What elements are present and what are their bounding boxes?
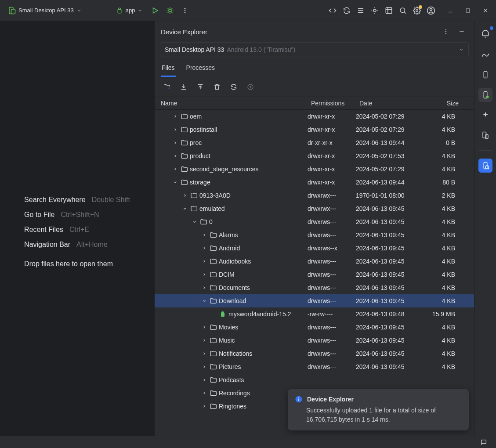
chevron-down-icon[interactable] (182, 206, 188, 211)
more-actions-button[interactable] (179, 4, 191, 17)
file-tree[interactable]: oemdrwxr-xr-x2024-05-02 07:294 KBpostins… (155, 110, 474, 436)
folder-icon (181, 152, 188, 159)
table-row[interactable]: Documentsdrwxrws---2024-06-13 09:454 KB (155, 281, 474, 294)
file-permissions: drwxrws--- (308, 271, 356, 278)
chevron-down-icon[interactable] (201, 299, 207, 303)
settings-button[interactable] (411, 4, 423, 17)
table-row[interactable]: second_stage_resourcesdrwxr-xr-x2024-05-… (155, 163, 474, 176)
chevron-right-icon[interactable] (182, 193, 188, 198)
chevron-right-icon[interactable] (172, 141, 178, 145)
debug-button[interactable] (164, 4, 176, 17)
table-row[interactable]: Musicdrwxrws---2024-06-13 09:454 KB (155, 334, 474, 347)
chevron-right-icon[interactable] (201, 285, 207, 290)
run-config-selector[interactable]: app (112, 5, 147, 16)
table-row[interactable]: Downloaddrwxrws---2024-06-13 09:454 KB (155, 294, 474, 307)
table-row[interactable]: procdr-xr-xr-x2024-06-13 09:440 B (155, 136, 474, 149)
profiler-button[interactable] (369, 4, 381, 17)
table-row[interactable]: Androiddrwxrws--x2024-06-13 09:454 KB (155, 242, 474, 255)
table-row[interactable]: Picturesdrwxrws---2024-06-13 09:454 KB (155, 360, 474, 373)
table-row[interactable]: oemdrwxr-xr-x2024-05-02 07:294 KB (155, 110, 474, 123)
chevron-right-icon[interactable] (201, 325, 207, 329)
chevron-right-icon[interactable] (201, 338, 207, 343)
delete-button[interactable] (211, 81, 223, 93)
download-button[interactable] (177, 81, 190, 93)
sync-button[interactable] (228, 81, 240, 93)
emulator-button[interactable] (478, 128, 492, 142)
chevron-right-icon[interactable] (201, 404, 207, 408)
layout-inspector-button[interactable] (383, 4, 395, 17)
chevron-down-icon[interactable] (192, 220, 198, 224)
new-folder-button[interactable] (161, 81, 173, 93)
folder-icon (210, 245, 217, 252)
device-selector[interactable]: Small Desktop API 33 (4, 5, 85, 16)
chevron-right-icon[interactable] (172, 127, 178, 132)
device-dropdown[interactable]: Small Desktop API 33 Android 13.0 ("Tira… (160, 42, 469, 57)
android-icon (116, 7, 123, 14)
file-size: 80 B (424, 179, 462, 186)
column-header[interactable]: Name (158, 100, 311, 107)
chevron-right-icon[interactable] (201, 378, 207, 382)
panel-hide-button[interactable] (456, 25, 468, 38)
notification-toast[interactable]: Device Explorer Successfully uploaded 1 … (288, 389, 469, 430)
chevron-right-icon[interactable] (172, 114, 178, 119)
panel-options-button[interactable] (440, 25, 452, 38)
chat-button[interactable] (478, 436, 490, 448)
chevron-right-icon[interactable] (201, 259, 207, 264)
file-name: 0 (209, 218, 213, 225)
chevron-right-icon[interactable] (201, 365, 207, 369)
table-row[interactable]: Audiobooksdrwxrws---2024-06-13 09:454 KB (155, 255, 474, 268)
account-button[interactable] (425, 4, 437, 17)
attach-debugger-button[interactable] (355, 4, 367, 17)
folder-icon (210, 363, 217, 370)
table-row[interactable]: 0913-3A0Ddrwxrwx---1970-01-01 08:002 KB (155, 189, 474, 202)
close-button[interactable] (479, 4, 492, 17)
maximize-button[interactable] (462, 4, 474, 17)
chevron-right-icon[interactable] (172, 154, 178, 158)
file-date: 2024-06-13 09:45 (356, 337, 424, 344)
column-header[interactable]: Size (428, 100, 466, 107)
upload-button[interactable] (194, 81, 206, 93)
assistant-button[interactable] (478, 108, 492, 122)
table-row[interactable]: productdrwxr-xr-x2024-05-02 07:534 KB (155, 149, 474, 163)
svg-point-34 (486, 96, 489, 98)
search-button[interactable] (397, 4, 409, 17)
chevron-right-icon[interactable] (201, 246, 207, 250)
svg-point-10 (373, 9, 376, 12)
table-row[interactable]: Podcasts (155, 373, 474, 387)
table-row[interactable]: Notificationsdrwxrws---2024-06-13 09:454… (155, 347, 474, 360)
chevron-right-icon[interactable] (201, 233, 207, 237)
chevron-right-icon[interactable] (201, 351, 207, 356)
notifications-button[interactable] (478, 27, 492, 41)
chevron-right-icon[interactable] (172, 167, 178, 171)
file-name: oem (190, 113, 202, 120)
running-devices-button[interactable] (478, 88, 492, 102)
chevron-right-icon[interactable] (201, 391, 207, 395)
device-manager-button[interactable] (478, 68, 492, 82)
chevron-right-icon[interactable] (201, 272, 207, 277)
tab-processes[interactable]: Processes (185, 61, 216, 77)
table-row[interactable]: DCIMdrwxrws---2024-06-13 09:454 KB (155, 268, 474, 281)
minimize-button[interactable] (444, 4, 456, 17)
filter-button[interactable] (244, 81, 257, 93)
apply-changes-button[interactable] (340, 4, 353, 17)
column-header[interactable]: Date (359, 100, 428, 107)
table-row[interactable]: 0drwxrws---2024-06-13 09:454 KB (155, 215, 474, 228)
file-size: 4 KB (424, 271, 462, 278)
folder-icon (190, 192, 197, 199)
table-row[interactable]: mysword4android-15.2-rw-rw----2024-06-13… (155, 307, 474, 321)
table-row[interactable]: emulateddrwxrwx---2024-06-13 09:454 KB (155, 202, 474, 215)
file-date: 2024-06-13 09:45 (356, 324, 424, 331)
run-button[interactable] (149, 4, 161, 17)
table-row[interactable]: Alarmsdrwxrws---2024-06-13 09:454 KB (155, 228, 474, 242)
file-size: 4 KB (424, 166, 462, 173)
code-button[interactable] (326, 4, 339, 17)
file-permissions: dr-xr-xr-x (308, 139, 356, 146)
device-explorer-button[interactable] (478, 159, 492, 173)
chevron-down-icon[interactable] (172, 180, 178, 184)
table-row[interactable]: storagedrwxr-xr-x2024-06-13 09:4480 B (155, 176, 474, 189)
table-row[interactable]: postinstalldrwxr-xr-x2024-05-02 07:294 K… (155, 123, 474, 136)
gradle-button[interactable] (478, 47, 492, 61)
column-header[interactable]: Permissions (311, 100, 359, 107)
table-row[interactable]: Moviesdrwxrws---2024-06-13 09:454 KB (155, 321, 474, 334)
tab-files[interactable]: Files (161, 61, 176, 77)
